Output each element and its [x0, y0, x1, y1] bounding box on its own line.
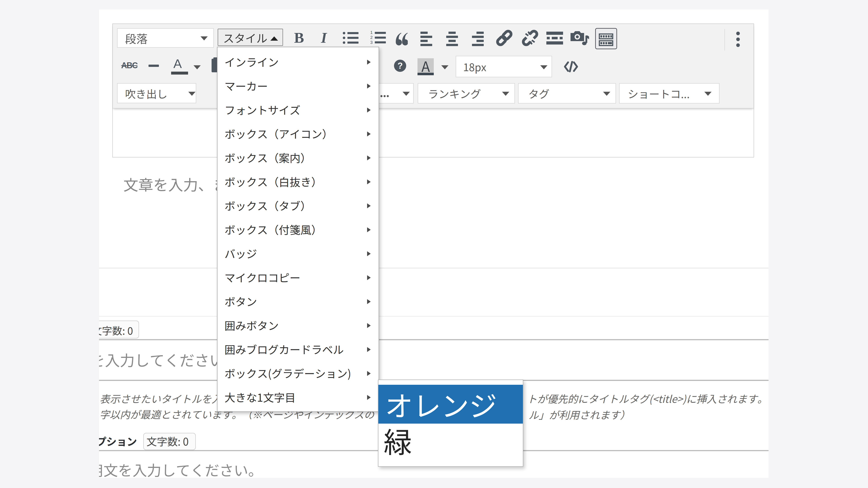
svg-text:1: 1 [370, 31, 373, 35]
svg-text:3: 3 [370, 40, 373, 45]
svg-text:2: 2 [370, 35, 373, 40]
